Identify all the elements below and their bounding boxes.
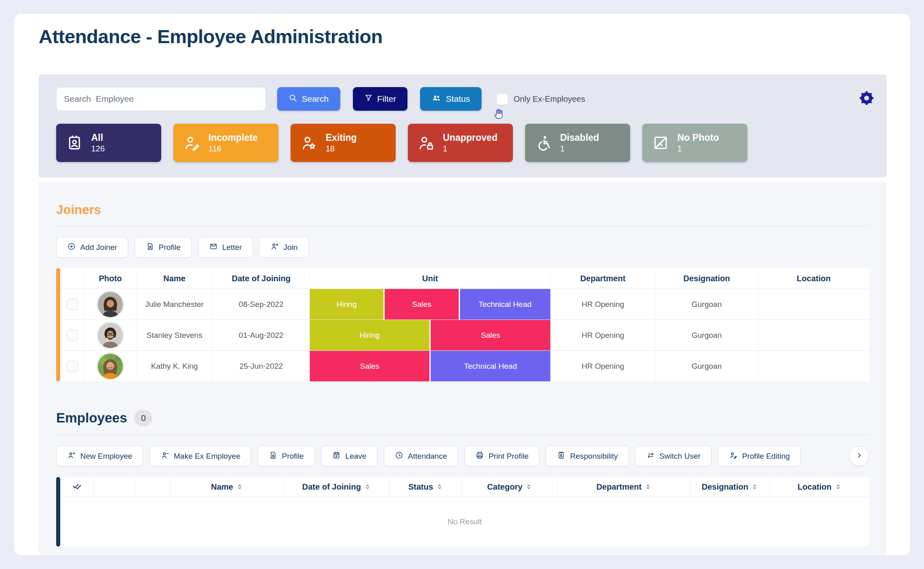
search-button[interactable]: Search xyxy=(277,87,340,111)
status-card-count: 1 xyxy=(677,144,719,153)
col-location[interactable]: Location xyxy=(770,477,869,497)
unit-chip: Hiring xyxy=(310,320,429,350)
sort-icon[interactable] xyxy=(364,484,371,490)
col-department[interactable]: Department xyxy=(558,477,690,497)
toolbar: Search Filter Status Only Ex-Employ xyxy=(39,74,887,177)
sort-icon[interactable] xyxy=(436,484,443,490)
status-card-count: 1 xyxy=(443,144,497,153)
add-joiner-button[interactable]: Add Joiner xyxy=(56,237,128,258)
sort-icon[interactable] xyxy=(751,484,758,490)
cell-location xyxy=(758,351,869,381)
employee-profile-button[interactable]: Profile xyxy=(258,446,315,466)
only-ex-employees-checkbox[interactable] xyxy=(496,93,508,105)
cell-units: Sales Technical Head xyxy=(310,351,551,381)
chevron-right-icon xyxy=(855,451,864,462)
cell-units: Hiring Sales xyxy=(310,320,551,351)
unit-chip: Hiring xyxy=(310,289,383,320)
only-ex-employees-filter: Only Ex-Employees xyxy=(496,93,585,105)
select-all-header[interactable] xyxy=(60,477,94,497)
col-category[interactable]: Category xyxy=(462,477,558,497)
status-card-label: Incomplete xyxy=(208,132,258,143)
col-date-of-joining[interactable]: Date of Joining xyxy=(284,477,390,497)
col-status[interactable]: Status xyxy=(390,477,462,497)
status-card-exiting[interactable]: Exiting 18 xyxy=(291,124,396,162)
divider xyxy=(56,434,869,435)
new-employee-button[interactable]: New Employee xyxy=(56,446,143,466)
cell-name: Kathy K. King xyxy=(136,351,213,381)
add-joiner-label: Add Joiner xyxy=(80,243,117,252)
status-cards-row: All 126 Incomplete 116 xyxy=(56,124,747,162)
more-actions-button[interactable] xyxy=(849,446,869,466)
print-profile-button[interactable]: Print Profile xyxy=(464,446,539,466)
switch-user-label: Switch User xyxy=(659,452,701,461)
unit-chip: Sales xyxy=(310,351,429,381)
filter-funnel-icon xyxy=(364,94,373,104)
calendar-x-icon xyxy=(332,451,341,462)
person-minus-icon xyxy=(161,451,169,462)
sort-icon[interactable] xyxy=(835,484,841,490)
status-card-unapproved[interactable]: Unapproved 1 xyxy=(408,124,513,162)
employees-table: Name Date of Joining Status Categor xyxy=(56,477,869,547)
status-card-disabled[interactable]: Disabled 1 xyxy=(525,124,630,162)
letter-button[interactable]: Letter xyxy=(198,237,253,258)
status-card-incomplete[interactable]: Incomplete 116 xyxy=(173,124,278,162)
col-location: Location xyxy=(758,268,869,289)
joiner-profile-button[interactable]: Profile xyxy=(135,237,192,258)
leave-button[interactable]: Leave xyxy=(321,446,377,466)
unit-chip: Sales xyxy=(431,320,550,350)
filter-button[interactable]: Filter xyxy=(353,87,408,111)
table-row: Julie Manchester 08-Sep-2022 Hiring Sale… xyxy=(60,289,869,320)
plus-circle-icon xyxy=(67,242,76,253)
status-card-count: 126 xyxy=(91,144,105,153)
profile-doc-icon xyxy=(146,242,154,253)
status-button[interactable]: Status xyxy=(420,87,482,111)
table-row: Stanley Stevens 01-Aug-2022 Hiring Sales… xyxy=(60,320,869,351)
status-card-label: Unapproved xyxy=(443,132,497,143)
responsibility-button[interactable]: Responsibility xyxy=(546,446,628,466)
main-card: Attendance - Employee Administration Sea… xyxy=(13,13,911,556)
clock-icon xyxy=(395,451,403,462)
col-name: Name xyxy=(136,268,213,289)
row-checkbox[interactable] xyxy=(67,361,78,372)
profile-editing-button[interactable]: Profile Editing xyxy=(718,446,801,466)
cell-name: Julie Manchester xyxy=(136,289,213,320)
cell-department: HR Opening xyxy=(551,320,655,351)
search-icon xyxy=(289,94,297,104)
make-ex-employee-button[interactable]: Make Ex Employee xyxy=(150,446,252,466)
unit-chip: Technical Head xyxy=(431,351,550,381)
cell-date: 08-Sep-2022 xyxy=(213,289,310,320)
sort-icon[interactable] xyxy=(525,484,532,490)
person-edit-icon xyxy=(182,133,201,152)
settings-button[interactable] xyxy=(857,90,876,108)
cell-department: HR Opening xyxy=(551,351,655,381)
cell-designation: Gurgoan xyxy=(655,320,758,351)
badge-doc-icon xyxy=(557,451,565,462)
cell-date: 01-Aug-2022 xyxy=(213,320,310,351)
responsibility-label: Responsibility xyxy=(570,452,617,461)
content-area: Joiners Add Joiner Profile Letter Join xyxy=(39,182,887,555)
row-checkbox[interactable] xyxy=(67,330,78,341)
joiners-actions: Add Joiner Profile Letter Join xyxy=(56,237,869,258)
cell-location xyxy=(758,320,869,351)
page-title: Attendance - Employee Administration xyxy=(39,25,383,48)
cell-units: Hiring Sales Technical Head xyxy=(310,289,551,320)
cell-department: HR Opening xyxy=(551,289,655,320)
status-card-all[interactable]: All 126 xyxy=(56,124,161,162)
col-designation[interactable]: Designation xyxy=(690,477,770,497)
col-unit: Unit xyxy=(310,268,551,289)
switch-user-button[interactable]: Switch User xyxy=(635,446,712,466)
table-row: Kathy K. King 25-Jun-2022 Sales Technica… xyxy=(60,351,869,381)
status-card-label: All xyxy=(91,132,105,143)
row-checkbox[interactable] xyxy=(67,299,78,310)
employees-actions: New Employee Make Ex Employee Profile Le… xyxy=(56,446,869,466)
join-button[interactable]: Join xyxy=(259,237,309,258)
attendance-label: Attendance xyxy=(408,452,447,461)
status-card-no-photo[interactable]: No Photo 1 xyxy=(642,124,747,162)
attendance-button[interactable]: Attendance xyxy=(384,446,458,466)
sort-icon[interactable] xyxy=(645,484,651,490)
sort-icon[interactable] xyxy=(236,484,243,490)
person-plus-icon xyxy=(67,451,76,462)
col-name[interactable]: Name xyxy=(171,477,284,497)
search-row: Search Filter Status Only Ex-Employ xyxy=(56,87,876,111)
search-input[interactable] xyxy=(56,87,266,111)
